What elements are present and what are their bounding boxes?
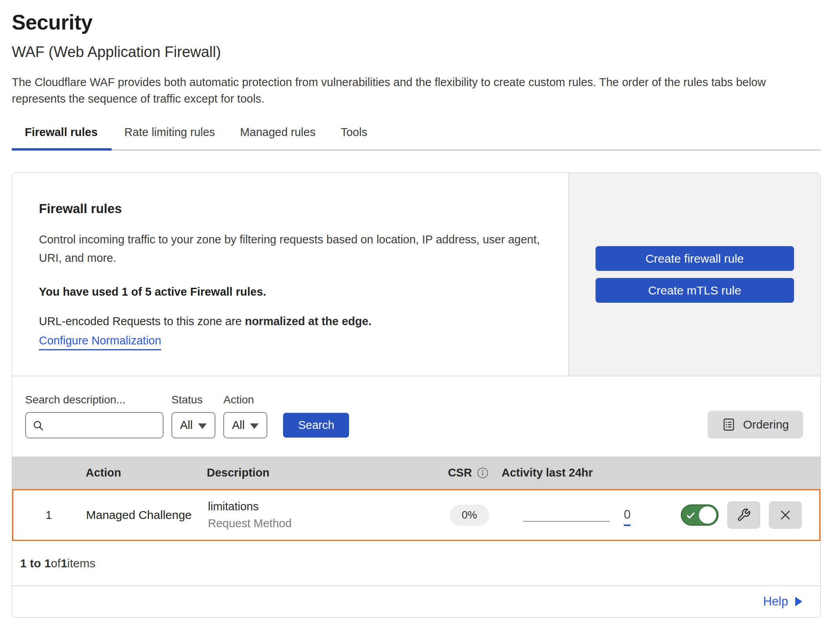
create-firewall-rule-button[interactable]: Create firewall rule <box>596 246 794 271</box>
action-label: Action <box>223 394 267 406</box>
activity-sparkline <box>523 521 610 522</box>
firewall-rules-card: Firewall rules Control incoming traffic … <box>12 173 821 618</box>
table-header: Action Description CSR Activity last 24h… <box>12 456 820 489</box>
status-filter-group: Status All <box>171 394 215 438</box>
info-icon[interactable] <box>477 467 489 479</box>
help-label: Help <box>763 594 788 609</box>
edit-rule-button[interactable] <box>727 501 760 529</box>
tab-label: Tools <box>341 126 368 138</box>
firewall-rules-info-section: Firewall rules Control incoming traffic … <box>12 173 820 376</box>
csr-badge: 0% <box>450 505 489 526</box>
wrench-icon <box>737 508 751 522</box>
activity-count-link[interactable]: 0 <box>624 508 631 526</box>
tab-label: Managed rules <box>240 126 316 138</box>
csr-header-label: CSR <box>448 466 472 479</box>
normalization-text: URL-encoded Requests to this zone are <box>39 315 245 328</box>
tab-firewall-rules[interactable]: Firewall rules <box>12 120 112 149</box>
ordering-button[interactable]: Ordering <box>708 411 803 438</box>
tab-label: Firewall rules <box>25 126 97 138</box>
table-header-description: Description <box>207 466 435 479</box>
rule-priority: 1 <box>13 509 68 522</box>
table-header-csr: CSR <box>435 466 502 479</box>
rule-enabled-toggle[interactable] <box>681 504 719 526</box>
filter-bar: Search description... Status All Action <box>12 376 820 456</box>
ordering-button-label: Ordering <box>743 418 789 431</box>
pagination-items: items <box>67 557 96 570</box>
rule-activity-cell: 0 <box>503 506 668 524</box>
rule-actions-panel: Create firewall rule Create mTLS rule <box>568 173 820 376</box>
search-filter-group: Search description... <box>25 394 164 438</box>
page-title: Security <box>12 10 821 34</box>
rule-expression-summary: Request Method <box>208 517 436 530</box>
close-icon <box>779 508 792 522</box>
tab-label: Rate limiting rules <box>124 126 215 138</box>
chevron-down-icon <box>250 423 259 429</box>
search-label: Search description... <box>25 394 164 406</box>
waf-tabs: Firewall rules Rate limiting rules Manag… <box>12 120 821 151</box>
action-filter-group: Action All <box>223 394 267 438</box>
status-label: Status <box>171 394 215 406</box>
action-dropdown[interactable]: All <box>223 412 267 438</box>
normalization-bold: normalized at the edge. <box>245 315 371 328</box>
tab-tools[interactable]: Tools <box>328 120 380 149</box>
action-dropdown-value: All <box>232 419 245 432</box>
normalization-note: URL-encoded Requests to this zone are no… <box>39 315 545 328</box>
pagination: 1 to 1 of 1 items <box>12 541 820 586</box>
pagination-count: 1 <box>61 557 67 570</box>
table-header-activity: Activity last 24hr <box>502 466 667 479</box>
rule-controls <box>668 501 819 529</box>
card-title: Firewall rules <box>39 201 545 216</box>
help-arrow-icon <box>794 596 803 607</box>
rule-description[interactable]: limitations <box>208 500 436 513</box>
usage-summary: You have used 1 of 5 active Firewall rul… <box>39 285 545 298</box>
status-dropdown[interactable]: All <box>171 412 215 438</box>
search-box <box>25 412 164 438</box>
firewall-rules-info: Firewall rules Control incoming traffic … <box>12 173 568 376</box>
pagination-of: of <box>51 557 61 570</box>
rule-csr-cell: 0% <box>436 505 503 526</box>
check-icon <box>686 510 696 521</box>
chevron-down-icon <box>198 423 207 429</box>
security-waf-page: Security WAF (Web Application Firewall) … <box>0 0 831 618</box>
table-row: 1 Managed Challenge limitations Request … <box>12 489 820 541</box>
help-link[interactable]: Help <box>763 594 803 609</box>
tab-rate-limiting-rules[interactable]: Rate limiting rules <box>112 120 227 149</box>
search-input[interactable] <box>49 419 156 432</box>
page-subtitle: WAF (Web Application Firewall) <box>12 44 821 61</box>
delete-rule-button[interactable] <box>769 501 802 529</box>
table-header-action: Action <box>81 466 207 479</box>
pagination-range: 1 to 1 <box>20 557 51 570</box>
status-dropdown-value: All <box>180 419 193 432</box>
card-description: Control incoming traffic to your zone by… <box>39 230 545 267</box>
card-footer: Help <box>12 586 820 617</box>
page-description: The Cloudflare WAF provides both automat… <box>12 74 810 107</box>
configure-normalization-link[interactable]: Configure Normalization <box>39 334 161 350</box>
rule-action: Managed Challenge <box>82 508 208 522</box>
tab-managed-rules[interactable]: Managed rules <box>228 120 328 149</box>
rule-description-cell: limitations Request Method <box>208 500 436 530</box>
ordering-list-icon <box>722 418 736 432</box>
search-icon <box>32 420 44 431</box>
create-mtls-rule-button[interactable]: Create mTLS rule <box>596 278 794 303</box>
search-button[interactable]: Search <box>283 413 349 438</box>
toggle-knob <box>699 506 716 524</box>
